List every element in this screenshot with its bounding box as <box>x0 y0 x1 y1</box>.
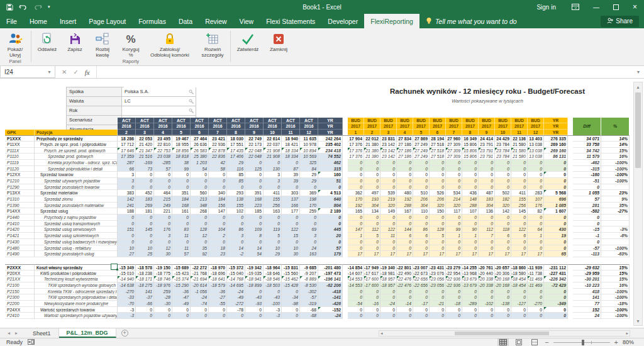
bud-cell[interactable]: 283 <box>528 190 544 196</box>
bud-cell[interactable]: 0 <box>430 239 446 245</box>
act-cell[interactable]: 163 <box>264 208 282 215</box>
act-cell[interactable]: 23 038 <box>154 153 172 160</box>
act-cell[interactable]: -47 <box>172 294 191 301</box>
act-cell[interactable]: 640 <box>318 196 343 203</box>
close-button[interactable]: × <box>626 0 644 14</box>
act-cell[interactable]: 161 <box>172 208 191 215</box>
act-cell[interactable]: -21 768 <box>191 271 209 277</box>
bud-cell[interactable]: -20 761 <box>479 264 495 271</box>
bud-cell[interactable]: 23 791 <box>479 153 495 160</box>
gpk-cell[interactable]: P1420 <box>5 226 35 233</box>
gpk-cell[interactable]: P13XX <box>5 190 35 196</box>
act-cell[interactable]: 0 <box>191 239 209 245</box>
act-cell[interactable]: 23 495 <box>154 135 172 142</box>
bud-cell[interactable]: 15 806 <box>462 142 479 148</box>
act-cell[interactable]: 0 <box>227 313 245 319</box>
act-cell[interactable]: 0 <box>264 215 282 221</box>
act-month-header[interactable]: 3 <box>136 130 154 135</box>
bud-month-header[interactable]: BUD <box>446 118 462 123</box>
act-cell[interactable]: 12 <box>191 233 209 239</box>
act-cell[interactable]: 179 <box>318 251 343 257</box>
bud-cell[interactable]: 128 <box>430 226 446 233</box>
pozycja-cell[interactable]: Sprzedaż usług szkoleniowych <box>35 233 118 239</box>
bud-cell[interactable]: 6 <box>495 233 511 239</box>
act-cell[interactable]: 221 <box>154 208 172 215</box>
diff-cell[interactable]: 0 <box>573 239 601 245</box>
bud-cell[interactable]: 0 <box>413 160 430 166</box>
act-cell[interactable]: 0 <box>136 313 154 319</box>
bud-cell[interactable]: 27 309 <box>446 148 462 154</box>
bud-cell[interactable]: 0 <box>348 294 364 301</box>
pozycja-cell[interactable]: Wartość sprzedanych pojazdów używanych <box>35 313 118 319</box>
act-cell[interactable]: 10 <box>264 245 282 252</box>
gpk-cell[interactable]: P14XX <box>5 208 35 215</box>
pct-cell[interactable]: -100% <box>601 289 630 295</box>
sign-in-button[interactable]: Sign in <box>528 0 565 14</box>
bud-cell[interactable]: 0 <box>364 239 380 245</box>
bud-cell[interactable]: 0 <box>430 307 446 313</box>
bud-cell[interactable]: -17 600 <box>364 276 380 282</box>
bud-cell[interactable]: 24 429 <box>495 135 511 142</box>
bud-cell[interactable]: 0 <box>397 245 413 252</box>
act-month-header[interactable]: ACT <box>118 118 136 123</box>
diff-cell[interactable]: 0 <box>573 215 601 221</box>
formula-input[interactable] <box>97 66 633 78</box>
act-cell[interactable]: 17 435 <box>227 148 245 154</box>
act-cell[interactable]: -18 578 <box>136 264 154 271</box>
act-cell[interactable]: -15 349 <box>118 264 136 271</box>
expand-details-button[interactable]: Rozwińszczegóły <box>196 30 230 58</box>
bud-cell[interactable]: 22 012 <box>364 135 380 142</box>
bud-cell[interactable]: 0 <box>544 172 568 178</box>
bud-cell[interactable]: -72 429 <box>544 282 568 289</box>
act-cell[interactable]: -18 976 <box>154 282 172 289</box>
diff-cell[interactable]: 34 071 <box>573 135 601 142</box>
bud-cell[interactable]: 17 <box>348 251 364 257</box>
diff-cell[interactable]: -15 <box>573 226 601 233</box>
act-cell[interactable]: 0 <box>209 178 227 184</box>
bud-cell[interactable]: 17 <box>397 251 413 257</box>
pct-cell[interactable]: 23% <box>601 190 630 196</box>
act-cell[interactable]: 0 <box>154 313 172 319</box>
pozycja-cell[interactable]: Sprzedaż usług <box>35 208 118 215</box>
bud-cell[interactable]: 0 <box>544 313 568 319</box>
sheet-tab-sheet1[interactable]: Sheet1 <box>25 328 59 338</box>
bud-cell[interactable]: -21 <box>430 301 446 307</box>
act-cell[interactable]: 125 <box>245 166 264 172</box>
pozycja-cell[interactable]: Korekta TKW - odroczenie sprzedaży ICO <box>35 289 118 295</box>
act-month-header[interactable]: 2016 <box>209 123 227 129</box>
bud-cell[interactable]: 27 834 <box>397 135 413 142</box>
bud-month-header[interactable]: 2017 <box>413 123 430 129</box>
act-cell[interactable]: 0 <box>118 184 136 191</box>
act-cell[interactable]: 0 <box>172 172 191 178</box>
bud-cell[interactable]: -20 440 <box>479 271 495 277</box>
act-cell[interactable]: 73 <box>136 166 154 172</box>
act-cell[interactable]: -3 <box>118 313 136 319</box>
act-cell[interactable]: -24 <box>227 289 245 295</box>
bud-cell[interactable]: 288 <box>397 203 413 209</box>
act-month-header[interactable]: ACT <box>154 118 172 123</box>
bud-cell[interactable]: 0 <box>397 172 413 178</box>
act-cell[interactable]: 0 <box>245 160 264 166</box>
act-cell[interactable]: -3 <box>264 307 282 313</box>
share-button[interactable]: Share <box>601 16 639 27</box>
act-cell[interactable]: 0 <box>245 184 264 191</box>
bud-cell[interactable]: 0 <box>397 184 413 191</box>
act-cell[interactable]: 0 <box>282 239 300 245</box>
act-cell[interactable]: 155 <box>227 203 245 209</box>
bud-cell[interactable]: 0 <box>380 221 397 227</box>
diff-cell[interactable]: -10 223 <box>573 282 601 289</box>
bud-cell[interactable]: 0 <box>544 221 568 227</box>
pct-cell[interactable] <box>601 184 630 191</box>
act-cell[interactable]: 0 <box>136 239 154 245</box>
act-cell[interactable]: -18 275 <box>136 282 154 289</box>
act-cell[interactable]: -18 646 <box>264 271 282 277</box>
act-cell[interactable]: 122 <box>282 226 300 233</box>
bud-cell[interactable]: 320 <box>446 203 462 209</box>
act-cell[interactable]: -98 <box>282 301 300 307</box>
bud-cell[interactable]: 0 <box>430 184 446 191</box>
bud-cell[interactable]: 27 518 <box>430 148 446 154</box>
view-page-layout-button[interactable] <box>513 338 525 346</box>
diff-cell[interactable]: -57 <box>573 245 601 252</box>
bud-cell[interactable]: 0 <box>462 289 479 295</box>
adjust-percent-button[interactable]: % Koryguj% <box>118 30 144 58</box>
